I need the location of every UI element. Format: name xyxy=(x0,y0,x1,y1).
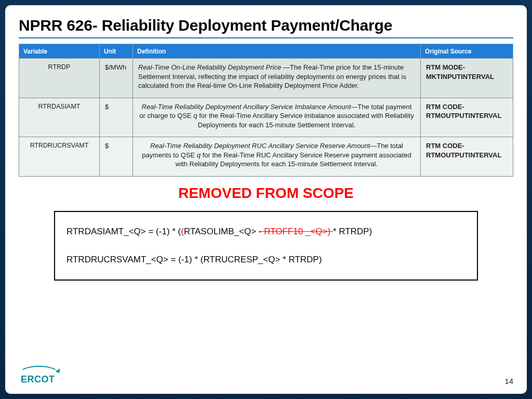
col-unit: Unit xyxy=(100,44,133,59)
def-body-b: for the Real-Time Ancillary Service imba… xyxy=(197,112,414,129)
f1-strike: - RTOFF10 _<Q>) xyxy=(259,227,333,236)
cell-definition: Real-Time Reliability Deployment RUC Anc… xyxy=(133,137,421,177)
col-definition: Definition xyxy=(133,44,421,59)
def-body-q: q xyxy=(193,112,197,119)
def-body-b: for the Real-Time RUC Ancillary Service … xyxy=(176,151,411,168)
col-variable: Variable xyxy=(19,44,100,59)
footer: ERCOT 14 xyxy=(19,365,513,385)
logo-text: ERCOT xyxy=(21,374,55,385)
def-lead: Real-Time On-Line Reliability Deployment… xyxy=(138,63,283,71)
cell-variable: RTRDP xyxy=(19,59,100,98)
table-header-row: Variable Unit Definition Original Source xyxy=(19,44,513,59)
cell-unit: $ xyxy=(100,98,133,137)
def-sep: — xyxy=(370,142,377,150)
col-source: Original Source xyxy=(421,44,513,59)
def-sep: — xyxy=(283,63,290,71)
cell-definition: Real-Time On-Line Reliability Deployment… xyxy=(133,59,421,98)
ercot-logo: ERCOT xyxy=(19,365,69,385)
title-rule xyxy=(19,37,513,38)
def-lead: Real-Time Reliability Deployment RUC Anc… xyxy=(150,142,370,150)
formula-box: RTRDASIAMT_<Q> = (-1) * ((RTASOLIMB_<Q> … xyxy=(54,211,478,281)
f1-e: * RTRDP) xyxy=(333,227,372,236)
def-sep: — xyxy=(351,103,357,111)
cell-unit: $/MWh xyxy=(100,59,133,98)
cell-source: RTM CODE-RTMOUTPUTINTERVAL xyxy=(421,98,513,137)
cell-unit: $ xyxy=(100,137,133,177)
table-row: RTRDASIAMT $ Real-Time Reliability Deplo… xyxy=(19,98,513,137)
cell-source: RTM CODE-RTMOUTPUTINTERVAL xyxy=(421,137,513,177)
formula-line-1: RTRDASIAMT_<Q> = (-1) * ((RTASOLIMB_<Q> … xyxy=(66,227,466,237)
slide: NPRR 626- Reliability Deployment Payment… xyxy=(5,5,527,394)
page-number: 14 xyxy=(504,377,513,385)
f1-a: RTRDASIAMT_<Q> = (-1) * ( xyxy=(66,227,181,236)
removed-from-scope-label: REMOVED FROM SCOPE xyxy=(19,185,513,202)
table-row: RTRDP $/MWh Real-Time On-Line Reliabilit… xyxy=(19,59,513,98)
variables-table: Variable Unit Definition Original Source… xyxy=(19,44,513,177)
cell-variable: RTRDASIAMT xyxy=(19,98,100,137)
page-title: NPRR 626- Reliability Deployment Payment… xyxy=(19,17,513,34)
formula-line-2: RTRDRUCRSVAMT_<Q> = (-1) * (RTRUCRESP_<Q… xyxy=(66,255,466,265)
def-lead: Real-Time Reliability Deployment Ancilla… xyxy=(142,103,351,111)
cell-source: RTM MODE-MKTINPUTINTERVAL xyxy=(421,59,513,98)
cell-variable: RTRDRUCRSVAMT xyxy=(19,137,100,177)
table-row: RTRDRUCRSVAMT $ Real-Time Reliability De… xyxy=(19,137,513,177)
cell-definition: Real-Time Reliability Deployment Ancilla… xyxy=(133,98,421,137)
def-body-q: q xyxy=(197,151,201,159)
f1-c: RTASOLIMB_<Q> xyxy=(184,227,259,236)
